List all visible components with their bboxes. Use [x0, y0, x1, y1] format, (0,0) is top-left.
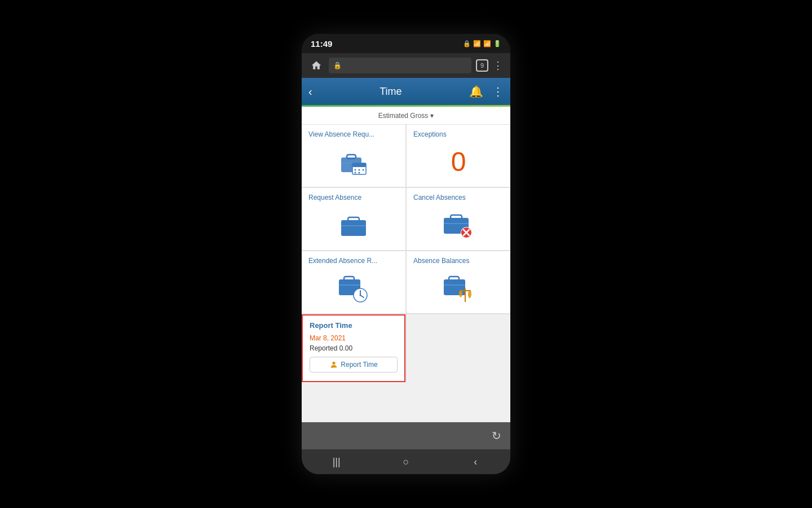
report-time-button-icon: [329, 360, 338, 369]
svg-point-33: [333, 362, 336, 365]
request-absence-title: Request Absence: [308, 194, 399, 202]
notification-bell-icon[interactable]: 🔔: [469, 85, 483, 98]
svg-point-34: [332, 366, 334, 368]
request-absence-tile[interactable]: Request Absence: [302, 188, 405, 250]
empty-tile: [407, 314, 510, 382]
header-menu-button[interactable]: ⋮: [492, 85, 504, 98]
report-time-title: Report Time: [310, 321, 398, 330]
briefcase-icon: [340, 213, 367, 237]
tiles-grid: View Absence Requ...: [302, 125, 510, 313]
back-button[interactable]: ‹: [308, 85, 312, 98]
cancel-absences-tile[interactable]: Cancel Absences: [407, 188, 510, 250]
estimated-gross-bar[interactable]: Estimated Gross ▾: [302, 107, 510, 125]
tab-count-badge[interactable]: 9: [476, 59, 488, 72]
svg-point-9: [359, 172, 360, 174]
report-time-button[interactable]: Report Time: [310, 357, 398, 373]
view-absence-requests-title: View Absence Requ...: [308, 130, 399, 138]
content-area: Estimated Gross ▾ View Absence Requ...: [302, 107, 510, 422]
view-absence-requests-icon-area: [308, 143, 399, 181]
svg-rect-4: [352, 163, 366, 167]
exceptions-value: 0: [451, 148, 466, 176]
briefcase-scale-icon: [443, 274, 474, 303]
signal-icon: 📶: [483, 40, 491, 47]
svg-point-8: [355, 172, 356, 174]
view-absence-requests-tile[interactable]: View Absence Requ...: [302, 125, 405, 187]
address-bar[interactable]: 🔒: [329, 58, 471, 73]
browser-menu-button[interactable]: ⋮: [493, 59, 504, 72]
svg-rect-21: [344, 277, 354, 281]
lock-icon: 🔒: [333, 62, 342, 69]
lock-status-icon: 🔒: [463, 40, 471, 47]
home-browser-icon[interactable]: [308, 58, 324, 73]
report-date: Mar 8, 2021: [310, 334, 398, 342]
extended-absence-tile[interactable]: Extended Absence R...: [302, 251, 405, 313]
svg-point-27: [360, 295, 361, 296]
reported-value: Reported 0.00: [310, 344, 398, 352]
refresh-button[interactable]: ↻: [492, 429, 501, 443]
request-absence-icon-area: [308, 206, 399, 244]
briefcase-calendar-icon: [339, 148, 368, 176]
report-time-tile[interactable]: Report Time Mar 8, 2021 Reported 0.00 Re…: [302, 314, 405, 382]
absence-balances-tile[interactable]: Absence Balances: [407, 251, 510, 313]
svg-rect-11: [348, 217, 359, 221]
svg-rect-10: [341, 220, 366, 236]
header-actions: 🔔 ⋮: [469, 85, 504, 98]
recent-apps-button[interactable]: |||: [325, 450, 348, 473]
app-header: ‹ Time 🔔 ⋮: [302, 78, 510, 105]
exceptions-title: Exceptions: [413, 130, 504, 138]
status-icons: 🔒 📶 📶 🔋: [463, 40, 501, 47]
extended-absence-title: Extended Absence R...: [308, 257, 399, 265]
cancel-absences-title: Cancel Absences: [413, 194, 504, 202]
status-bar: 11:49 🔒 📶 📶 🔋: [302, 34, 510, 53]
svg-point-5: [355, 169, 356, 171]
system-nav: ||| ○ ‹: [302, 449, 510, 474]
exceptions-tile[interactable]: Exceptions 0: [407, 125, 510, 187]
briefcase-cancel-icon: [443, 211, 474, 239]
status-time: 11:49: [311, 39, 332, 49]
absence-balances-icon-area: [413, 269, 504, 308]
svg-point-7: [363, 169, 364, 171]
exceptions-icon-area: 0: [413, 143, 504, 181]
chevron-down-icon: ▾: [430, 112, 434, 120]
svg-rect-14: [451, 215, 462, 219]
svg-point-6: [359, 169, 360, 171]
cancel-absences-icon-area: [413, 206, 504, 244]
home-button[interactable]: ○: [395, 450, 417, 473]
absence-balances-title: Absence Balances: [413, 257, 504, 265]
phone-frame: 11:49 🔒 📶 📶 🔋 🔒 9 ⋮ ‹ Time 🔔 ⋮: [302, 34, 510, 474]
extended-absence-icon-area: [308, 269, 399, 308]
estimated-gross-label: Estimated Gross: [378, 112, 429, 120]
page-title: Time: [379, 86, 401, 98]
briefcase-clock-icon: [338, 274, 369, 303]
svg-rect-29: [449, 277, 459, 281]
battery-icon: 🔋: [493, 40, 501, 47]
back-nav-button[interactable]: ‹: [464, 450, 487, 473]
browser-bar: 🔒 9 ⋮: [302, 53, 510, 78]
nav-bar: ↻: [302, 422, 510, 449]
wifi-icon: 📶: [473, 40, 481, 47]
svg-rect-1: [347, 155, 356, 159]
